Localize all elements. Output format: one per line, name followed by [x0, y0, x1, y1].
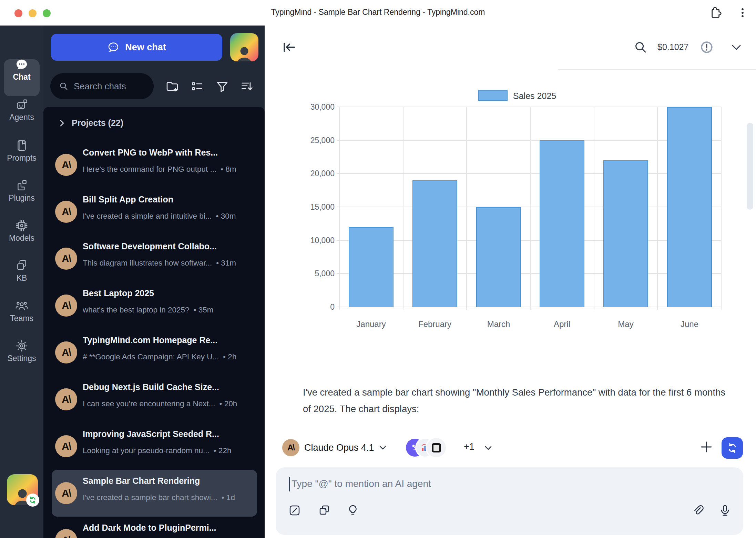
- chat-list-item[interactable]: A\Improving JavaScript Seeded R...Lookin…: [52, 423, 257, 470]
- chart-gridline-v: [721, 107, 722, 310]
- chart-gridline-h: [337, 140, 721, 141]
- chat-list-item[interactable]: A\Software Development Collabo...This di…: [52, 235, 257, 282]
- bar-april[interactable]: [540, 140, 584, 307]
- header-chevron-down-icon[interactable]: [731, 43, 742, 52]
- chat-list-item[interactable]: A\Debug Next.js Build Cache Size...I can…: [52, 376, 257, 423]
- bar-february[interactable]: [412, 180, 457, 307]
- y-axis-tick-label: 5,000: [293, 269, 335, 278]
- x-axis-label-april: April: [530, 319, 594, 329]
- sidebar-item-agents[interactable]: Agents: [0, 98, 43, 122]
- collapse-sidebar-icon[interactable]: [281, 39, 297, 55]
- bar-chart-plot: [339, 107, 721, 307]
- chat-item-snippet: I've created a sample bar chart showi...: [83, 493, 217, 502]
- sidebar-label-models: Models: [0, 233, 43, 243]
- scrollbar-thumb[interactable]: [747, 123, 753, 210]
- plugins-chevron-down-icon[interactable]: [484, 444, 493, 452]
- bar-march[interactable]: [476, 207, 521, 307]
- search-placeholder: Search chats: [74, 81, 126, 92]
- browser-extensions-icon[interactable]: [708, 6, 722, 20]
- prompts-book-icon: [15, 139, 28, 152]
- sync-status-badge: [26, 494, 39, 507]
- chat-item-title: Bill Split App Creation: [83, 195, 250, 205]
- chart-gridline-h: [337, 240, 721, 241]
- y-axis-tick-label: 10,000: [293, 236, 335, 245]
- search-chats-input[interactable]: Search chats: [50, 73, 154, 99]
- y-axis-tick-label: 15,000: [293, 202, 335, 212]
- microphone-icon[interactable]: [718, 504, 732, 517]
- chart-gridline-h: [337, 273, 721, 274]
- plugins-more-count[interactable]: +1: [464, 441, 474, 452]
- anthropic-avatar: A\: [55, 295, 77, 317]
- header-divider: [558, 69, 756, 70]
- chart-gridline-h: [337, 107, 721, 107]
- bulk-select-list-button[interactable]: [190, 80, 204, 93]
- assistant-message-text: I've created a sample bar chart showing …: [303, 384, 735, 417]
- bar-january[interactable]: [349, 227, 394, 307]
- chat-list-item[interactable]: A\Convert PNG to WebP with Res...Here's …: [52, 141, 257, 188]
- chat-list-item[interactable]: A\Best Laptop 2025what's the best laptop…: [52, 282, 257, 329]
- sidebar-item-models[interactable]: Models: [0, 219, 43, 243]
- refresh-icon: [726, 442, 738, 454]
- chat-list-panel: New chat Search chats: [43, 26, 265, 538]
- regenerate-button[interactable]: [722, 437, 743, 459]
- chart-legend-swatch[interactable]: [478, 90, 508, 101]
- balance-warning-icon[interactable]: [700, 41, 713, 54]
- sidebar-item-plugins[interactable]: Plugins: [0, 179, 43, 203]
- sort-button[interactable]: [240, 80, 254, 93]
- account-avatar[interactable]: [7, 474, 38, 505]
- chat-item-title: Add Dark Mode to PluginPermi...: [83, 523, 250, 533]
- add-attachment-plus-icon[interactable]: [699, 439, 714, 455]
- filter-button[interactable]: [215, 80, 229, 93]
- projects-header-label: Projects (22): [72, 118, 123, 128]
- sidebar-label-prompts: Prompts: [0, 153, 43, 163]
- bar-june[interactable]: [667, 107, 712, 307]
- paperclip-icon[interactable]: [692, 504, 705, 517]
- y-axis-tick-label: 30,000: [293, 102, 335, 112]
- anthropic-avatar: A\: [55, 341, 77, 363]
- chat-item-snippet: Here's the command for PNG output ...: [83, 165, 216, 174]
- chat-list-item[interactable]: A\Add Dark Mode to PluginPermi...: [52, 517, 257, 538]
- user-avatar[interactable]: [230, 33, 258, 61]
- anthropic-avatar: A\: [55, 248, 77, 270]
- chat-item-snippet: what's the best laptop in 2025?: [83, 306, 190, 315]
- canvas-edit-icon[interactable]: [288, 504, 301, 517]
- credit-balance[interactable]: $0.1027: [657, 42, 688, 52]
- sidebar-item-teams[interactable]: Teams: [0, 299, 43, 323]
- sidebar-item-settings[interactable]: Settings: [0, 339, 43, 363]
- chat-icon: [15, 58, 28, 71]
- bar-may[interactable]: [603, 160, 648, 307]
- projects-header[interactable]: Projects (22): [59, 118, 123, 128]
- new-chat-button[interactable]: New chat: [51, 34, 222, 61]
- chat-item-title: Sample Bar Chart Rendering: [83, 476, 250, 486]
- sidebar-item-chat[interactable]: Chat: [0, 51, 43, 96]
- x-axis-label-march: March: [467, 319, 531, 329]
- chat-list-item[interactable]: A\Bill Split App CreationI've created a …: [52, 188, 257, 235]
- sidebar-label-teams: Teams: [0, 314, 43, 323]
- sidebar-item-kb[interactable]: KB: [0, 259, 43, 283]
- pages-copy-icon[interactable]: [318, 504, 331, 517]
- browser-menu-kebab-icon[interactable]: [736, 6, 749, 20]
- chat-item-title: Best Laptop 2025: [83, 288, 250, 298]
- chat-item-time: • 2h: [223, 352, 236, 361]
- chat-history-list: Projects (22) A\Convert PNG to WebP with…: [43, 107, 265, 538]
- lightbulb-icon[interactable]: [346, 504, 359, 517]
- chat-list-item[interactable]: A\TypingMind.com Homepage Re...# **Googl…: [52, 329, 257, 376]
- sidebar-label-settings: Settings: [0, 354, 43, 363]
- search-icon: [59, 81, 69, 91]
- chat-list-item[interactable]: A\Sample Bar Chart RenderingI've created…: [52, 470, 257, 517]
- sidebar-label-plugins: Plugins: [0, 193, 43, 203]
- chat-main-area: $0.1027 Sales 2025 05,00010,00015,00020,…: [265, 26, 756, 538]
- chat-item-title: Debug Next.js Build Cache Size...: [83, 382, 250, 392]
- anthropic-avatar: A\: [55, 435, 77, 457]
- anthropic-avatar: A\: [55, 388, 77, 410]
- model-selector[interactable]: A\ Claude Opus 4.1: [282, 438, 387, 457]
- chat-input[interactable]: Type "@" to mention an AI agent: [276, 467, 743, 535]
- chart-legend-label[interactable]: Sales 2025: [513, 91, 556, 101]
- sidebar-item-prompts[interactable]: Prompts: [0, 139, 43, 163]
- chat-item-snippet: This diagram illustrates how softwar...: [83, 259, 212, 268]
- chat-item-snippet: # **Google Ads Campaign: API Key U...: [83, 352, 219, 361]
- new-folder-button[interactable]: [165, 80, 179, 93]
- chat-item-time: • 31m: [216, 259, 236, 268]
- search-conversation-icon[interactable]: [633, 40, 648, 54]
- chart-gridline-v: [530, 107, 531, 310]
